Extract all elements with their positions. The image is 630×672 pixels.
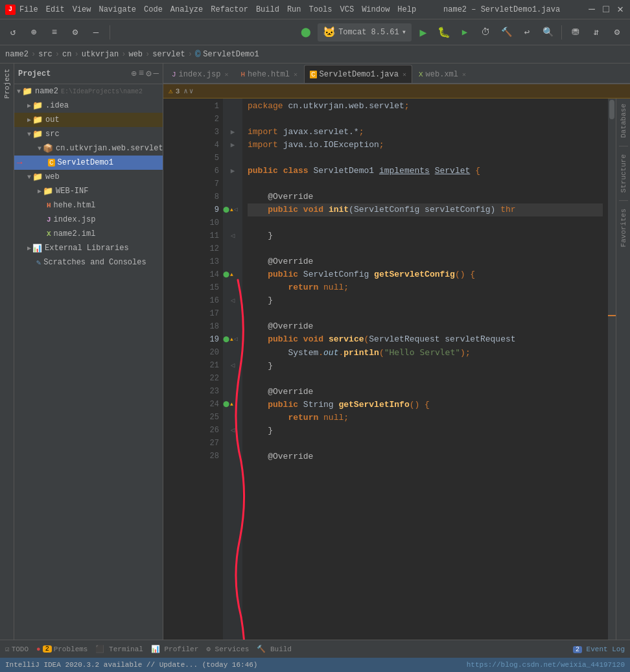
code-line-10 — [248, 216, 603, 229]
menu-edit[interactable]: Edit — [46, 5, 65, 14]
fold-close[interactable]: ◁ — [231, 294, 235, 307]
sync-button[interactable]: ↺ — [4, 23, 22, 41]
warning-up[interactable]: ∧ — [183, 87, 188, 95]
profiler-button[interactable]: 📊 Profiler — [151, 645, 198, 653]
breadcrumb-servlet-demo[interactable]: © ServletDemo1 — [195, 49, 259, 60]
breadcrumb-item[interactable]: src — [38, 50, 52, 59]
profile-button[interactable]: ⏱ — [476, 23, 495, 41]
tab-servletdemo1[interactable]: C ServletDemo1.java ✕ — [304, 65, 412, 83]
tree-item-src[interactable]: ▼ 📁 src — [14, 127, 163, 141]
menu-analyze[interactable]: Analyze — [170, 5, 203, 14]
back-button[interactable]: ⬤ — [297, 23, 315, 41]
tree-item-webinf[interactable]: ▶ 📁 WEB-INF — [14, 184, 163, 198]
build-button[interactable]: 🔨 Build — [257, 645, 292, 653]
tab-close[interactable]: ✕ — [224, 71, 228, 78]
tree-item-hehe-html[interactable]: H hehe.html — [14, 198, 163, 213]
services-button[interactable]: ⚙ Services — [206, 645, 249, 653]
breadcrumb-item[interactable]: servlet — [152, 50, 185, 59]
breadcrumb-item[interactable]: cn — [62, 50, 71, 59]
fold-icon[interactable]: ◁ — [234, 333, 238, 346]
list-icon[interactable]: ≡ — [139, 68, 144, 79]
add-button[interactable]: ⊕ — [25, 23, 43, 41]
structure-tab[interactable]: Structure — [617, 149, 630, 198]
code-editor[interactable]: 12345 678910 1112131415 1617181920 21222… — [163, 98, 630, 640]
menu-navigate[interactable]: Navigate — [99, 5, 136, 14]
minimize-button[interactable]: ─ — [587, 5, 596, 14]
terminal-button[interactable]: ⬛ Terminal — [95, 645, 143, 653]
breadcrumb-item[interactable]: web — [128, 50, 143, 59]
tree-item-index-jsp[interactable]: J index.jsp — [14, 213, 163, 227]
fold-close[interactable]: ◁ — [231, 359, 235, 372]
fold-close[interactable]: ◁ — [231, 229, 235, 242]
debug-button[interactable]: 🐛 — [435, 23, 453, 41]
search-run-button[interactable]: 🔍 — [539, 23, 557, 41]
tab-web-xml[interactable]: X web.xml ✕ — [413, 65, 472, 83]
tree-item-idea[interactable]: ▶ 📁 .idea — [14, 98, 163, 113]
fold-icon[interactable]: ◁ — [234, 203, 238, 216]
tree-item-package[interactable]: ▼ 📦 cn.utkvrjan.web.servlet — [14, 141, 163, 156]
settings-icon[interactable]: ⚙ — [66, 23, 84, 41]
tree-item-web[interactable]: ▼ 📁 web — [14, 170, 163, 184]
menu-bar[interactable]: File Edit View Navigate Code Analyze Ref… — [19, 5, 416, 14]
tree-item-scratches[interactable]: ✎ Scratches and Consoles — [14, 255, 163, 270]
more-button[interactable]: ↩ — [518, 23, 536, 41]
menu-help[interactable]: Help — [397, 5, 416, 14]
tab-close[interactable]: ✕ — [294, 71, 298, 78]
tree-item-name2-iml[interactable]: X name2.iml — [14, 227, 163, 241]
menu-tools[interactable]: Tools — [309, 5, 332, 14]
tree-item-root[interactable]: ▼ 📁 name2 E:\IdeaProjects\name2 — [14, 84, 163, 98]
tab-index-jsp[interactable]: J index.jsp ✕ — [166, 65, 234, 83]
settings-extra[interactable]: ⚙ — [608, 23, 626, 41]
run-button[interactable]: ▶ — [414, 23, 432, 41]
run-config-selector[interactable]: 🐱 Tomcat 8.5.61 ▾ — [318, 23, 412, 41]
menu-code[interactable]: Code — [144, 5, 163, 14]
vcs-extra[interactable]: ⇵ — [587, 23, 605, 41]
scrollbar-thumb[interactable] — [609, 100, 614, 119]
tree-item-out[interactable]: ▶ 📁 out — [14, 113, 163, 127]
menu-build[interactable]: Build — [256, 5, 279, 14]
code-col[interactable]: package cn.utkvrjan.web.servlet; import … — [242, 98, 608, 640]
menu-view[interactable]: View — [73, 5, 91, 14]
close-button[interactable]: ✕ — [616, 5, 625, 14]
maximize-button[interactable]: □ — [601, 5, 611, 14]
minimize-panel-button[interactable]: — — [87, 23, 105, 41]
list-button[interactable]: ≡ — [45, 23, 64, 41]
sidebar-title: Project — [18, 69, 128, 78]
menu-window[interactable]: Window — [362, 5, 390, 14]
tab-close[interactable]: ✕ — [462, 71, 466, 78]
menu-run[interactable]: Run — [287, 5, 301, 14]
settings-icon[interactable]: ⚙ — [146, 68, 151, 79]
left-panel-tabs: Project — [0, 64, 14, 640]
project-tab[interactable]: Project — [0, 64, 14, 104]
code-line-16: } — [248, 294, 603, 307]
tab-close[interactable]: ✕ — [402, 71, 406, 78]
tab-hehe-html[interactable]: H hehe.html ✕ — [235, 65, 303, 83]
sep: › — [188, 50, 192, 59]
code-area[interactable]: 12345 678910 1112131415 1617181920 21222… — [196, 98, 616, 640]
tree-path: E:\IdeaProjects\name2 — [61, 88, 143, 95]
menu-file[interactable]: File — [19, 5, 38, 14]
favorites-tab[interactable]: Favorites — [617, 203, 630, 252]
event-log-button[interactable]: 2 Event Log — [573, 645, 625, 653]
add-icon[interactable]: ⊕ — [131, 68, 136, 79]
tree-item-servletdemo1[interactable]: → C ServletDemo1 — [14, 156, 163, 170]
breadcrumb-item[interactable]: name2 — [5, 50, 29, 59]
window-controls[interactable]: ─ □ ✕ — [587, 5, 625, 14]
database-tab[interactable]: Database — [617, 98, 630, 143]
coverage-button[interactable]: ▶ — [456, 23, 474, 41]
warning-down[interactable]: ∨ — [189, 87, 194, 95]
fold-arrow[interactable]: ▶ — [231, 139, 235, 152]
fold-arrow[interactable]: ▶ — [231, 165, 235, 178]
todo-button[interactable]: ☑ TODO — [5, 645, 29, 653]
fold-close[interactable]: ◁ — [231, 424, 235, 437]
problems-button[interactable]: ● 2 Problems — [36, 645, 88, 653]
build-button[interactable]: 🔨 — [497, 23, 515, 41]
vcs-button[interactable]: ⛃ — [566, 23, 585, 41]
minus-icon[interactable]: — — [154, 68, 159, 79]
vertical-scrollbar[interactable] — [608, 98, 616, 640]
tree-item-ext-libs[interactable]: ▶ 📊 External Libraries — [14, 241, 163, 255]
fold-arrow[interactable]: ▶ — [231, 126, 235, 139]
menu-refactor[interactable]: Refactor — [211, 5, 248, 14]
breadcrumb-item[interactable]: utkvrjan — [82, 50, 119, 59]
menu-vcs[interactable]: VCS — [340, 5, 355, 14]
